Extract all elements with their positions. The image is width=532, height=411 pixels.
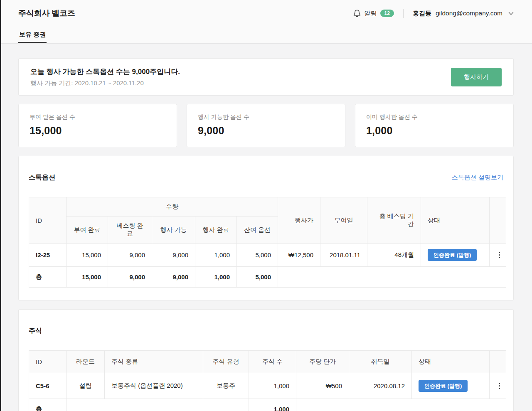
stat-label: 행사 가능한 옵션 수	[198, 113, 334, 121]
option-granted: 15,000	[66, 244, 108, 267]
total-row-spacer	[278, 267, 506, 288]
notification-label: 알림	[365, 10, 377, 17]
stat-value: 9,000	[198, 125, 334, 137]
share-count: 1,000	[249, 373, 296, 399]
col-header-unit-price: 주당 단가	[296, 351, 349, 373]
option-id: I2-25	[29, 244, 66, 267]
option-vested: 9,000	[108, 244, 152, 267]
chevron-down-icon	[508, 12, 514, 15]
option-exercised: 1,000	[195, 244, 237, 267]
col-header-quantity-group: 수량	[66, 197, 278, 217]
option-vesting-period: 48개월	[367, 244, 421, 267]
col-header-share-count: 주식 수	[249, 351, 296, 373]
total-vested: 9,000	[108, 267, 152, 288]
share-type: 보통주	[203, 373, 249, 399]
total-exercised: 1,000	[195, 267, 237, 288]
col-header-share-type: 주식 유형	[203, 351, 249, 373]
stock-options-info-link[interactable]: 스톡옵션 설명보기	[452, 174, 503, 182]
status-badge: 인증완료 (발행)	[419, 380, 468, 392]
col-header-round: 라운드	[66, 351, 105, 373]
total-remaining: 5,000	[237, 267, 278, 288]
share-acquired-date: 2020.08.12	[349, 373, 412, 399]
exercise-banner: 오늘 행사 가능한 스톡옵션 수는 9,000주입니다. 행사 가능 기간: 2…	[18, 58, 514, 96]
stock-options-table: ID 수량 행사가 부여일 총 베스팅 기간 상태 부여 완료 베스팅 완료 행…	[29, 197, 506, 288]
col-header-actions	[490, 351, 506, 373]
kebab-menu-icon[interactable]	[496, 250, 502, 260]
card-exercised-options: 이미 행사한 옵션 수 1,000	[355, 104, 514, 147]
kebab-menu-icon[interactable]	[496, 381, 502, 391]
col-header-status: 상태	[412, 351, 490, 373]
col-header-vested: 베스팅 완료	[108, 217, 152, 244]
option-grant-date: 2018.01.11	[320, 244, 367, 267]
shares-title: 주식	[29, 327, 42, 335]
col-header-vesting-period: 총 베스팅 기간	[367, 197, 421, 244]
share-row: C5-6 설립 보통주식 (옵션플랜 2020) 보통주 1,000 ₩500 …	[29, 373, 506, 399]
stock-option-row: I2-25 15,000 9,000 9,000 1,000 5,000 ₩12…	[29, 244, 506, 267]
total-granted: 15,000	[66, 267, 108, 288]
col-header-share-class: 주식 종류	[105, 351, 203, 373]
bell-icon	[353, 9, 361, 18]
col-header-grant-date: 부여일	[320, 197, 367, 244]
shares-section: 주식 ID 라운드 주식 종류 주식 유형 주식 수 주당 단가 취득일 상태	[18, 309, 514, 411]
window-left-edge	[0, 0, 1, 411]
card-granted-options: 부여 받은 옵션 수 15,000	[18, 104, 177, 147]
share-class: 보통주식 (옵션플랜 2020)	[105, 373, 203, 399]
share-id: C5-6	[29, 373, 66, 399]
company-title: 주식회사 벨코즈	[18, 8, 75, 19]
col-header-strike-price: 행사가	[278, 197, 320, 244]
total-label: 총	[29, 267, 66, 288]
stock-option-total-row: 총 15,000 9,000 9,000 1,000 5,000	[29, 267, 506, 288]
option-exercisable: 9,000	[152, 244, 195, 267]
total-row-spacer	[66, 399, 249, 411]
col-header-exercisable: 행사 가능	[152, 217, 195, 244]
share-unit-price: ₩500	[296, 373, 349, 399]
share-round: 설립	[66, 373, 105, 399]
exercise-period: 행사 가능 기간: 2020.10.21 ~ 2020.11.20	[30, 79, 180, 87]
tab-holdings[interactable]: 보유 증권	[18, 27, 47, 43]
col-header-granted: 부여 완료	[66, 217, 108, 244]
option-remaining: 5,000	[237, 244, 278, 267]
app-header: 주식회사 벨코즈 알림 12 홍길동 gildong@company.com	[0, 0, 532, 44]
col-header-id: ID	[29, 197, 66, 244]
exercise-banner-title: 오늘 행사 가능한 스톡옵션 수는 9,000주입니다.	[30, 67, 180, 76]
stat-value: 1,000	[366, 125, 502, 137]
user-email: gildong@company.com	[436, 10, 502, 17]
stat-label: 부여 받은 옵션 수	[30, 113, 166, 121]
status-badge: 인증완료 (발행)	[428, 249, 477, 261]
col-header-exercised: 행사 완료	[195, 217, 237, 244]
col-header-remaining: 잔여 옵션	[237, 217, 278, 244]
card-exercisable-options: 행사 가능한 옵션 수 9,000	[187, 104, 345, 147]
notification-button[interactable]: 알림 12	[353, 9, 394, 18]
notification-count-badge: 12	[380, 10, 394, 17]
total-share-count: 1,000	[249, 399, 296, 411]
stock-options-title: 스톡옵션	[29, 173, 55, 182]
total-row-spacer	[296, 399, 506, 411]
stat-value: 15,000	[30, 125, 166, 137]
main-content: 오늘 행사 가능한 스톡옵션 수는 9,000주입니다. 행사 가능 기간: 2…	[0, 58, 532, 411]
stat-label: 이미 행사한 옵션 수	[366, 113, 502, 121]
user-name: 홍길동	[413, 10, 431, 17]
header-divider	[403, 9, 404, 18]
user-menu[interactable]: 홍길동 gildong@company.com	[413, 10, 514, 17]
col-header-id: ID	[29, 351, 66, 373]
tab-bar: 보유 증권	[18, 27, 514, 43]
exercise-button[interactable]: 행사하기	[451, 68, 502, 86]
shares-table: ID 라운드 주식 종류 주식 유형 주식 수 주당 단가 취득일 상태 C5-…	[29, 350, 506, 411]
total-label: 총	[29, 399, 66, 411]
share-total-row: 총 1,000	[29, 399, 506, 411]
col-header-acquired-date: 취득일	[349, 351, 412, 373]
total-exercisable: 9,000	[152, 267, 195, 288]
stock-options-section: 스톡옵션 스톡옵션 설명보기 ID 수량 행사가 부여일 총 베스팅 기간 상태	[18, 156, 514, 300]
col-header-status: 상태	[421, 197, 490, 244]
summary-cards: 부여 받은 옵션 수 15,000 행사 가능한 옵션 수 9,000 이미 행…	[18, 104, 514, 147]
col-header-actions	[490, 197, 506, 244]
option-strike-price: ₩12,500	[278, 244, 320, 267]
